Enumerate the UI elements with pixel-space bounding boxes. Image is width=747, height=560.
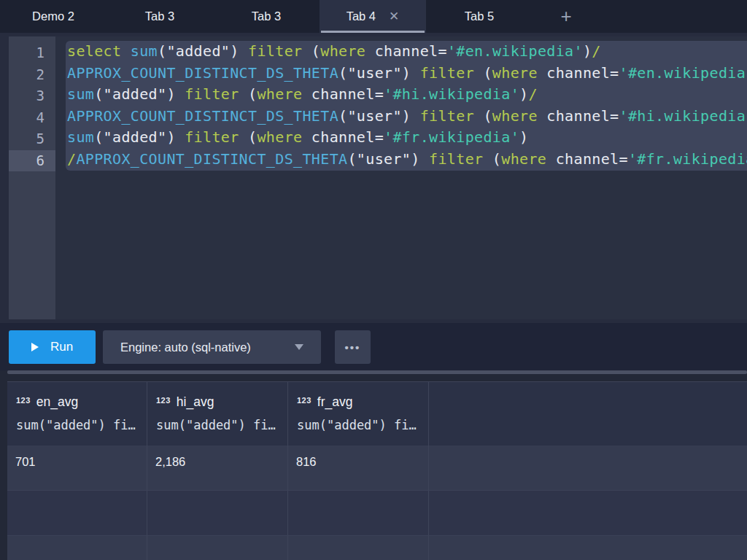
column-title: 123hi_avg bbox=[156, 394, 282, 410]
tabs-list: Demo 2Tab 3Tab 3Tab 4✕Tab 5 bbox=[0, 0, 533, 33]
code-token: filter bbox=[420, 64, 474, 82]
tab-label: Tab 5 bbox=[465, 9, 494, 23]
close-tab-icon[interactable]: ✕ bbox=[389, 10, 399, 23]
code-token: where bbox=[492, 107, 538, 125]
run-toolbar: Run Engine: auto (sql-native) ••• bbox=[0, 323, 747, 370]
table-row bbox=[7, 536, 747, 560]
column-header-hi_avg[interactable]: 123hi_avgsum("added") fi… bbox=[147, 382, 288, 446]
column-title: 123fr_avg bbox=[297, 394, 422, 410]
sql-editor[interactable]: 123456 select sum("added") filter (where… bbox=[0, 33, 747, 323]
code-token bbox=[121, 42, 130, 60]
column-name: hi_avg bbox=[177, 394, 214, 410]
column-name: en_avg bbox=[36, 394, 78, 410]
play-icon bbox=[31, 343, 39, 351]
code-token: channel= bbox=[546, 150, 628, 168]
code-token: '#en.wikipedia' bbox=[619, 64, 747, 82]
header-filler-cell bbox=[429, 382, 747, 446]
tab-tab-3-1[interactable]: Tab 3 bbox=[107, 0, 213, 33]
code-token: ( bbox=[474, 107, 492, 125]
ellipsis-icon: ••• bbox=[345, 341, 361, 354]
results-panel: 123en_avgsum("added") fi…123hi_avgsum("a… bbox=[0, 374, 747, 560]
chevron-down-icon bbox=[295, 344, 303, 350]
table-cell-fr_avg[interactable]: 816 bbox=[288, 446, 429, 490]
code-token: ("user") bbox=[338, 107, 420, 125]
table-cell-hi_avg bbox=[147, 491, 288, 535]
tab-label: Tab 3 bbox=[145, 9, 174, 23]
code-token: '#hi.wikipedia' bbox=[384, 85, 519, 103]
code-token: ("added") bbox=[94, 85, 185, 103]
table-cell-hi_avg bbox=[147, 536, 288, 560]
table-cell-fr_avg bbox=[288, 491, 429, 535]
code-token: '#fr.wikipedia' bbox=[628, 150, 747, 168]
code-token: '#fr.wikipedia' bbox=[384, 128, 519, 146]
tab-tab-5-4[interactable]: Tab 5 bbox=[426, 0, 533, 33]
tab-tab-4-3[interactable]: Tab 4✕ bbox=[320, 0, 426, 33]
code-token: ( bbox=[483, 150, 501, 168]
code-token: APPROX_COUNT_DISTINCT_DS_THETA bbox=[76, 150, 347, 168]
code-token: ) bbox=[519, 85, 528, 103]
code-token: select bbox=[67, 42, 121, 60]
column-title: 123en_avg bbox=[16, 394, 141, 410]
results-table: 123en_avgsum("added") fi…123hi_avgsum("a… bbox=[7, 381, 747, 560]
code-line: select sum("added") filter (where channe… bbox=[67, 41, 747, 63]
code-token: where bbox=[257, 85, 302, 103]
run-button[interactable]: Run bbox=[9, 330, 96, 364]
code-lines: select sum("added") filter (where channe… bbox=[67, 41, 747, 170]
table-cell-fr_avg bbox=[288, 536, 429, 560]
code-token: filter bbox=[185, 128, 239, 146]
table-row bbox=[7, 491, 747, 536]
new-tab-button[interactable]: + bbox=[546, 0, 587, 33]
table-cell-en_avg bbox=[7, 491, 147, 535]
code-token: ("added") bbox=[158, 42, 248, 60]
code-area[interactable]: select sum("added") filter (where channe… bbox=[55, 36, 747, 319]
code-line: /APPROX_COUNT_DISTINCT_DS_THETA("user") … bbox=[67, 149, 747, 171]
code-token: ( bbox=[302, 42, 320, 60]
code-token: ) bbox=[519, 128, 528, 146]
code-token: ( bbox=[239, 128, 258, 146]
tab-demo-2-0[interactable]: Demo 2 bbox=[0, 0, 107, 33]
code-line: sum("added") filter (where channel='#hi.… bbox=[67, 84, 747, 106]
tab-label: Demo 2 bbox=[32, 9, 74, 23]
code-token: filter bbox=[185, 85, 239, 103]
query-console-window: Demo 2Tab 3Tab 3Tab 4✕Tab 5 + 123456 sel… bbox=[0, 0, 747, 560]
code-line: sum("added") filter (where channel='#fr.… bbox=[67, 127, 747, 149]
more-options-button[interactable]: ••• bbox=[335, 330, 371, 364]
column-header-en_avg[interactable]: 123en_avgsum("added") fi… bbox=[7, 382, 147, 446]
code-token: / bbox=[528, 85, 537, 103]
run-button-label: Run bbox=[50, 340, 73, 354]
row-filler-cell bbox=[429, 446, 747, 490]
tab-label: Tab 3 bbox=[252, 9, 281, 23]
code-token: '#hi.wikipedia' bbox=[619, 107, 747, 125]
results-header-row: 123en_avgsum("added") fi…123hi_avgsum("a… bbox=[7, 381, 747, 446]
code-token: sum bbox=[131, 42, 158, 60]
code-token: where bbox=[492, 64, 538, 82]
row-filler-cell bbox=[429, 536, 747, 560]
code-token: APPROX_COUNT_DISTINCT_DS_THETA bbox=[67, 64, 338, 82]
code-token: ("added") bbox=[94, 128, 185, 146]
code-token: '#en.wikipedia' bbox=[447, 42, 583, 60]
code-token: / bbox=[67, 150, 76, 168]
numeric-type-icon: 123 bbox=[16, 396, 31, 405]
line-number: 5 bbox=[9, 128, 55, 150]
code-token: where bbox=[320, 42, 365, 60]
tab-tab-3-2[interactable]: Tab 3 bbox=[213, 0, 320, 33]
column-expression: sum("added") fi… bbox=[156, 418, 282, 432]
tab-bar: Demo 2Tab 3Tab 3Tab 4✕Tab 5 + bbox=[0, 0, 747, 33]
code-token: channel= bbox=[302, 128, 384, 146]
table-cell-hi_avg[interactable]: 2,186 bbox=[147, 446, 288, 490]
code-token: ) bbox=[583, 42, 592, 60]
code-token: channel= bbox=[302, 85, 384, 103]
code-token: ("user") bbox=[338, 64, 420, 82]
code-token: channel= bbox=[538, 64, 619, 82]
code-token: filter bbox=[420, 107, 474, 125]
code-token: filter bbox=[248, 42, 302, 60]
line-number-gutter: 123456 bbox=[9, 36, 55, 319]
code-token: filter bbox=[429, 150, 483, 168]
engine-select-button[interactable]: Engine: auto (sql-native) bbox=[103, 330, 321, 364]
code-token: channel= bbox=[538, 107, 619, 125]
line-number: 2 bbox=[9, 64, 55, 86]
column-header-fr_avg[interactable]: 123fr_avgsum("added") fi… bbox=[288, 382, 429, 446]
code-token: where bbox=[257, 128, 302, 146]
column-expression: sum("added") fi… bbox=[297, 418, 422, 432]
table-cell-en_avg[interactable]: 701 bbox=[7, 446, 147, 490]
